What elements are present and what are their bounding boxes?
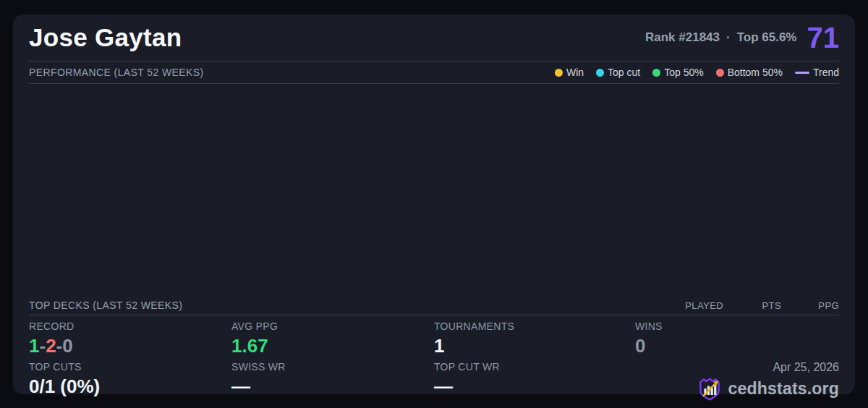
record-value: 1-2-0 [29, 336, 231, 357]
legend-item-win: Win [555, 67, 584, 78]
legend-label-win: Win [566, 67, 584, 78]
stat-avg-ppg-label: AVG PPG [231, 320, 434, 332]
brand-row: cedhstats.org [697, 376, 839, 402]
record-wins: 1 [29, 335, 39, 357]
rank-text: Rank #21843 [645, 30, 720, 45]
top-percent-text: Top 65.6% [737, 30, 797, 45]
player-stats-card: Jose Gaytan Rank #21843 · Top 65.6% 71 P… [13, 14, 855, 394]
legend-label-trend: Trend [813, 67, 839, 78]
card-header: Jose Gaytan Rank #21843 · Top 65.6% 71 [29, 14, 839, 61]
cedhstats-logo-icon [697, 376, 723, 402]
rank-line: Rank #21843 · Top 65.6% [645, 30, 797, 45]
stats-row-2: TOP CUTS 0/1 (0%) SWISS WR — TOP CUT WR … [29, 357, 839, 402]
win-legend-swatch [555, 69, 563, 77]
card-date: Apr 25, 2026 [773, 361, 839, 374]
stat-avg-ppg: AVG PPG 1.67 [231, 320, 434, 357]
record-dash-1: - [39, 335, 46, 357]
top-cut-legend-swatch [596, 69, 604, 77]
legend-item-trend: Trend [795, 67, 839, 78]
column-header-ppg: PPG [781, 300, 839, 311]
legend-item-top50: Top 50% [652, 67, 703, 78]
top-decks-header: TOP DECKS (LAST 52 WEEKS) PLAYED PTS PPG [29, 296, 839, 315]
wins-value: 0 [635, 336, 839, 357]
stat-top-cuts: TOP CUTS 0/1 (0%) [29, 361, 231, 402]
player-name: Jose Gaytan [29, 23, 182, 52]
legend-item-bottom50: Bottom 50% [716, 67, 783, 78]
swiss-wr-value: — [231, 376, 434, 398]
stat-top-cuts-label: TOP CUTS [29, 361, 231, 373]
player-score: 71 [807, 23, 840, 52]
brand-text: cedhstats.org [728, 379, 839, 399]
record-draws: 0 [62, 335, 72, 357]
stat-wins-label: WINS [635, 320, 839, 332]
stat-record-label: RECORD [29, 320, 231, 332]
stats-row-1: RECORD 1-2-0 AVG PPG 1.67 TOURNAMENTS 1 … [29, 315, 839, 357]
stat-swiss-wr-label: SWISS WR [231, 361, 434, 373]
stat-top-cut-wr-label: TOP CUT WR [434, 361, 635, 373]
column-header-pts: PTS [723, 300, 781, 311]
performance-chart [29, 84, 839, 296]
trend-legend-line [795, 72, 809, 74]
tournaments-value: 1 [434, 336, 635, 357]
top-decks-section-title: TOP DECKS (LAST 52 WEEKS) [29, 299, 182, 311]
top-cut-wr-value: — [434, 376, 635, 398]
legend-label-top50: Top 50% [664, 67, 703, 78]
stat-tournaments: TOURNAMENTS 1 [434, 320, 635, 357]
separator-dot: · [726, 30, 731, 45]
card-footer: Apr 25, 2026 cedhstats.org [635, 361, 839, 402]
stat-swiss-wr: SWISS WR — [231, 361, 434, 402]
stat-tournaments-label: TOURNAMENTS [434, 320, 635, 332]
chart-legend: Win Top cut Top 50% Bottom 50% Trend [555, 67, 839, 78]
stat-top-cut-wr: TOP CUT WR — [434, 361, 635, 402]
stat-record: RECORD 1-2-0 [29, 320, 231, 357]
performance-header: PERFORMANCE (LAST 52 WEEKS) Win Top cut … [29, 61, 839, 84]
legend-label-bottom50: Bottom 50% [728, 67, 783, 78]
avg-ppg-value: 1.67 [231, 336, 434, 357]
record-losses: 2 [46, 335, 56, 357]
bottom50-legend-swatch [716, 69, 724, 77]
stat-wins: WINS 0 [635, 320, 839, 357]
legend-item-top-cut: Top cut [596, 67, 640, 78]
performance-section-title: PERFORMANCE (LAST 52 WEEKS) [29, 67, 204, 78]
legend-label-top-cut: Top cut [608, 67, 640, 78]
header-right: Rank #21843 · Top 65.6% 71 [645, 23, 839, 52]
top-decks-columns: PLAYED PTS PPG [665, 300, 839, 311]
top50-legend-swatch [652, 69, 660, 77]
column-header-played: PLAYED [665, 300, 723, 311]
record-dash-2: - [56, 335, 63, 357]
top-cuts-value: 0/1 (0%) [29, 376, 231, 398]
